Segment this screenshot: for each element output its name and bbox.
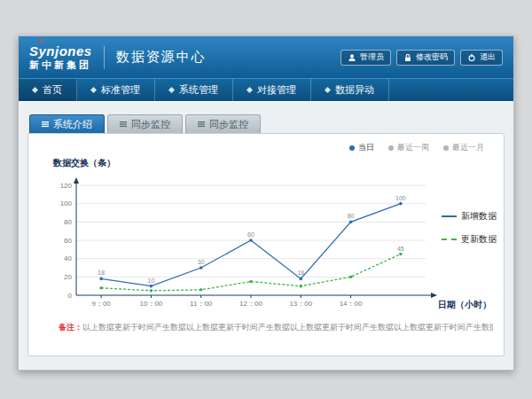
dot-icon xyxy=(349,145,355,151)
series-legend: 新增数据 更新数据 xyxy=(442,210,497,246)
admin-user-label: 管理员 xyxy=(360,53,384,61)
nav-item-label: 标准管理 xyxy=(101,83,140,97)
legend-label: 新增数据 xyxy=(461,210,497,223)
svg-text:10：00: 10：00 xyxy=(140,300,163,308)
filter-label: 最近一月 xyxy=(452,142,484,153)
change-password-label: 修改密码 xyxy=(416,53,448,61)
list-icon xyxy=(42,121,49,128)
nav-diamond-icon xyxy=(246,87,253,93)
app-header: Synjones * 新中新集团 数据资源中心 管理员 修 xyxy=(19,36,513,78)
main-nav: 首页 标准管理 系统管理 对接管理 数据异动 xyxy=(19,78,513,101)
dot-icon xyxy=(388,145,394,151)
header-divider xyxy=(104,46,105,69)
svg-text:0: 0 xyxy=(68,292,73,300)
svg-text:100: 100 xyxy=(395,195,406,201)
legend-item-new-data[interactable]: 新增数据 xyxy=(442,210,497,223)
x-axis-title: 日期（小时） xyxy=(438,299,491,311)
svg-text:20: 20 xyxy=(64,273,72,281)
filter-label: 最近一周 xyxy=(397,142,429,153)
dashed-line-icon xyxy=(442,239,457,240)
app-window: Synjones * 新中新集团 数据资源中心 管理员 修 xyxy=(18,35,514,371)
nav-item-data-change[interactable]: 数据异动 xyxy=(311,79,389,101)
svg-text:120: 120 xyxy=(60,182,73,190)
logo-company-name: 新中新集团 xyxy=(29,60,92,70)
logo-wordmark: Synjones * xyxy=(29,44,92,58)
page-title: 数据资源中心 xyxy=(116,49,207,66)
nav-item-label: 首页 xyxy=(43,83,62,97)
svg-text:100: 100 xyxy=(60,200,73,207)
svg-text:18: 18 xyxy=(98,270,105,276)
nav-diamond-icon xyxy=(168,87,175,93)
logo: Synjones * 新中新集团 xyxy=(29,44,92,70)
logout-button[interactable]: 退出 xyxy=(460,50,503,66)
remark-text: 以上数据更新于时间产生数据以上数据更新于时间产生数据以上数据更新于时间产生数据以… xyxy=(82,323,493,332)
tab-sync-monitor-2[interactable]: 同步监控 xyxy=(185,114,261,133)
tab-label: 同步监控 xyxy=(209,120,248,129)
svg-text:60: 60 xyxy=(247,231,254,238)
nav-item-label: 对接管理 xyxy=(257,83,296,97)
svg-text:13：00: 13：00 xyxy=(289,300,312,308)
change-password-button[interactable]: 修改密码 xyxy=(396,50,455,66)
range-filter-legend: 当日 最近一周 最近一月 xyxy=(349,142,484,153)
nav-diamond-icon xyxy=(32,87,38,93)
filter-label: 当日 xyxy=(358,142,374,153)
remark-label: 备注： xyxy=(59,323,82,332)
svg-text:11：00: 11：00 xyxy=(190,300,213,308)
legend-item-updated-data[interactable]: 更新数据 xyxy=(442,233,497,246)
tab-system-intro[interactable]: 系统介绍 xyxy=(29,114,105,133)
nav-item-label: 系统管理 xyxy=(179,83,218,97)
svg-text:30: 30 xyxy=(198,259,205,265)
tab-strip: 系统介绍 同步监控 同步监控 xyxy=(29,114,505,133)
svg-text:9：00: 9：00 xyxy=(91,300,111,308)
svg-text:80: 80 xyxy=(348,213,355,219)
list-icon xyxy=(198,121,205,128)
svg-text:12：00: 12：00 xyxy=(239,300,262,308)
content-area: 系统介绍 同步监控 同步监控 xyxy=(19,102,513,370)
dot-icon xyxy=(443,145,449,151)
tab-label: 系统介绍 xyxy=(53,120,92,129)
nav-item-label: 数据异动 xyxy=(335,83,374,97)
nav-item-standard-mgmt[interactable]: 标准管理 xyxy=(77,79,155,101)
remark-note: 备注：以上数据更新于时间产生数据以上数据更新于时间产生数据以上数据更新于时间产生… xyxy=(59,322,493,333)
nav-item-home[interactable]: 首页 xyxy=(19,79,77,101)
filter-last-week[interactable]: 最近一周 xyxy=(388,142,429,153)
header-actions: 管理员 修改密码 退出 xyxy=(340,50,503,66)
list-icon xyxy=(120,121,127,128)
logout-label: 退出 xyxy=(480,53,496,61)
filter-today[interactable]: 当日 xyxy=(349,142,374,153)
legend-label: 更新数据 xyxy=(461,233,497,246)
svg-text:14：00: 14：00 xyxy=(340,300,363,308)
svg-text:45: 45 xyxy=(397,246,404,252)
desktop-background: Synjones * 新中新集团 数据资源中心 管理员 修 xyxy=(0,0,532,399)
svg-text:10: 10 xyxy=(148,278,155,284)
svg-text:60: 60 xyxy=(64,237,72,245)
nav-item-docking-mgmt[interactable]: 对接管理 xyxy=(233,79,311,101)
power-icon xyxy=(467,53,476,62)
y-axis-title: 数据交换（条） xyxy=(53,157,115,169)
line-chart: 0204060801001209：0010：0011：0012：0013：001… xyxy=(50,173,440,315)
nav-diamond-icon xyxy=(90,87,97,93)
content-panel: 当日 最近一周 最近一月 数据交换（条） 0204060801001209：00… xyxy=(27,133,505,356)
filter-last-month[interactable]: 最近一月 xyxy=(443,142,484,153)
admin-user-button[interactable]: 管理员 xyxy=(340,50,391,66)
svg-text:80: 80 xyxy=(64,218,72,226)
solid-line-icon xyxy=(442,215,457,217)
svg-text:40: 40 xyxy=(64,254,72,262)
svg-text:18: 18 xyxy=(297,270,304,276)
nav-item-system-mgmt[interactable]: 系统管理 xyxy=(155,79,233,101)
logo-spark-icon: * xyxy=(39,39,43,48)
tab-sync-monitor-1[interactable]: 同步监控 xyxy=(107,114,183,133)
user-icon xyxy=(348,53,356,62)
nav-diamond-icon xyxy=(325,87,331,93)
lock-icon xyxy=(403,53,412,62)
tab-label: 同步监控 xyxy=(131,120,170,129)
